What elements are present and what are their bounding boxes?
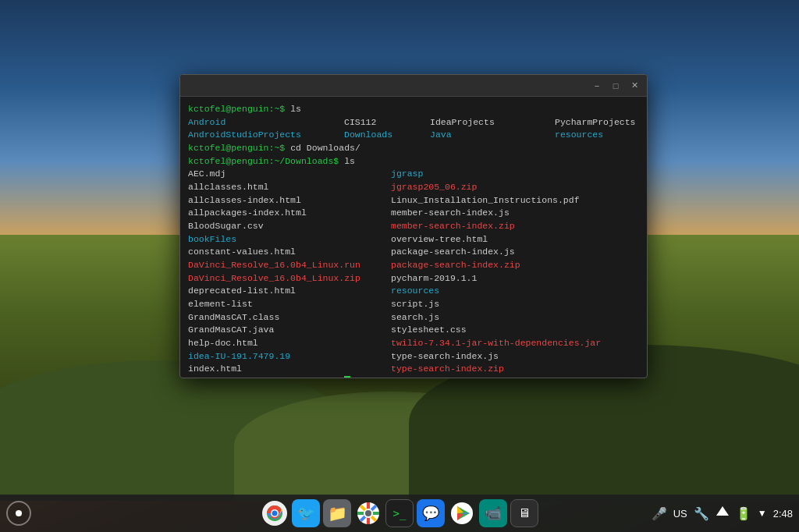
f-help-doc: help-doc.html bbox=[188, 337, 391, 350]
cmd-1: ls bbox=[290, 103, 301, 116]
f-resources: resources bbox=[391, 285, 639, 298]
f-aec: AEC.mdj bbox=[188, 168, 391, 181]
ls-pycharmprojects: PycharmProjects bbox=[555, 116, 647, 129]
messages-app-icon[interactable]: 💬 bbox=[417, 499, 445, 527]
f-member-search-zip: member-search-index.zip bbox=[391, 220, 639, 233]
prompt-1: kctofel@penguin:~$ bbox=[188, 103, 290, 116]
locale-button[interactable]: US bbox=[673, 508, 687, 520]
f-jgrasp: jgrasp bbox=[391, 168, 639, 181]
launcher-button[interactable] bbox=[6, 501, 31, 526]
f-package-search-zip: package-search-index.zip bbox=[391, 259, 639, 272]
svg-marker-7 bbox=[716, 506, 729, 516]
f-stylesheet: stylesheet.css bbox=[391, 324, 639, 337]
svg-point-5 bbox=[365, 510, 371, 516]
ls-output: Android CIS112 IdeaProjects PycharmProje… bbox=[188, 116, 639, 142]
meet-app-icon[interactable]: 📹 bbox=[479, 499, 507, 527]
f-grandmascat-class: GrandMasCAT.class bbox=[188, 311, 391, 325]
linux-apps-icon[interactable]: 🖥 bbox=[510, 499, 538, 527]
launcher-icon bbox=[16, 510, 22, 516]
prompt-final: kctofel@penguin:~/Downloads$ bbox=[188, 376, 344, 378]
f-pycharm: pycharm-2019.1.1 bbox=[391, 272, 639, 286]
prompt-cd: kctofel@penguin:~$ bbox=[188, 142, 290, 155]
terminal-app-icon[interactable]: >_ bbox=[385, 499, 414, 527]
term-line-final: kctofel@penguin:~/Downloads$ bbox=[188, 376, 639, 378]
photos-app-icon[interactable] bbox=[354, 499, 382, 527]
f-bloodsugar: BloodSugar.csv bbox=[188, 220, 391, 233]
microphone-icon[interactable]: 🎤 bbox=[652, 506, 667, 521]
cmd-cd: cd Downloads/ bbox=[290, 142, 360, 155]
terminal-window: − □ ✕ kctofel@penguin:~$ ls Android CIS1… bbox=[179, 74, 648, 378]
twitter-app-icon[interactable]: 🐦 bbox=[292, 499, 320, 527]
f-davinci-run: DaVinci_Resolve_16.0b4_Linux.run bbox=[188, 259, 391, 272]
battery-icon[interactable]: 🔋 bbox=[736, 506, 751, 521]
ls-ideaprojects: IdeaProjects bbox=[430, 116, 555, 129]
ls-android: Android bbox=[188, 116, 344, 129]
ls-java: Java bbox=[430, 129, 555, 142]
f-davinci-zip: DaVinci_Resolve_16.0b4_Linux.zip bbox=[188, 272, 391, 286]
play-store-app-icon[interactable] bbox=[448, 499, 476, 527]
minimize-button[interactable]: − bbox=[591, 80, 603, 91]
f-allclasses: allclasses.html bbox=[188, 181, 391, 194]
taskbar-right: 🎤 US 🔧 🔋 ▼ 2:48 bbox=[652, 505, 793, 522]
downloads-ls-output: AEC.mdj jgrasp allclasses.html jgrasp205… bbox=[188, 168, 639, 376]
f-allclasses-idx: allclasses-index.html bbox=[188, 194, 391, 207]
term-line-cd: kctofel@penguin:~$ cd Downloads/ bbox=[188, 142, 639, 155]
close-button[interactable]: ✕ bbox=[628, 80, 641, 91]
chevron-down-icon[interactable]: ▼ bbox=[758, 508, 767, 519]
desktop: − □ ✕ kctofel@penguin:~$ ls Android CIS1… bbox=[0, 0, 799, 532]
prompt-ls2: kctofel@penguin:~/Downloads$ bbox=[188, 155, 344, 168]
chrome-app-icon[interactable] bbox=[261, 499, 289, 527]
f-grandmascat-java: GrandMasCAT.java bbox=[188, 324, 391, 337]
term-line-1: kctofel@penguin:~$ ls bbox=[188, 103, 639, 116]
f-type-search-js: type-search-index.js bbox=[391, 350, 639, 364]
f-search-js: search.js bbox=[391, 311, 639, 325]
f-overview-tree: overview-tree.html bbox=[391, 233, 639, 246]
files-app-icon[interactable]: 📁 bbox=[323, 499, 351, 527]
ls-downloads: Downloads bbox=[344, 129, 430, 142]
ls-resources-root: resources bbox=[555, 129, 647, 142]
f-allpackages: allpackages-index.html bbox=[188, 207, 391, 220]
term-line-ls2: kctofel@penguin:~/Downloads$ ls bbox=[188, 155, 639, 168]
clock-display[interactable]: 2:48 bbox=[773, 508, 793, 520]
taskbar: 🐦 📁 >_ bbox=[0, 495, 799, 532]
cmd-ls2: ls bbox=[344, 155, 355, 168]
maximize-button[interactable]: □ bbox=[609, 80, 622, 91]
f-element-list: element-list bbox=[188, 298, 391, 311]
cursor bbox=[344, 376, 350, 378]
f-index-html: index.html bbox=[188, 363, 391, 376]
f-script-js: script.js bbox=[391, 298, 639, 311]
f-type-search-zip: type-search-index.zip bbox=[391, 363, 639, 376]
f-deprecated: deprecated-list.html bbox=[188, 285, 391, 298]
taskbar-center: 🐦 📁 >_ bbox=[261, 499, 538, 527]
settings-icon[interactable]: 🔧 bbox=[694, 506, 709, 521]
f-linux-install: Linux_Installation_Instructions.pdf bbox=[391, 194, 639, 207]
svg-point-2 bbox=[272, 511, 278, 516]
f-jgrasp-zip: jgrasp205_06.zip bbox=[391, 181, 639, 194]
terminal-body[interactable]: kctofel@penguin:~$ ls Android CIS112 Ide… bbox=[180, 97, 647, 378]
taskbar-left bbox=[6, 501, 31, 526]
ls-androidstudio: AndroidStudioProjects bbox=[188, 129, 344, 142]
f-member-search-js: member-search-index.js bbox=[391, 207, 639, 220]
f-package-search-js: package-search-index.js bbox=[391, 246, 639, 259]
network-icon[interactable] bbox=[716, 505, 730, 522]
terminal-titlebar: − □ ✕ bbox=[180, 75, 647, 97]
ls-cis112: CIS112 bbox=[344, 116, 430, 129]
f-bookfiles: bookFiles bbox=[188, 233, 391, 246]
f-constant-values: constant-values.html bbox=[188, 246, 391, 259]
f-twilio-jar: twilio-7.34.1-jar-with-dependencies.jar bbox=[391, 337, 639, 350]
f-idea-iu: idea-IU-191.7479.19 bbox=[188, 350, 391, 364]
